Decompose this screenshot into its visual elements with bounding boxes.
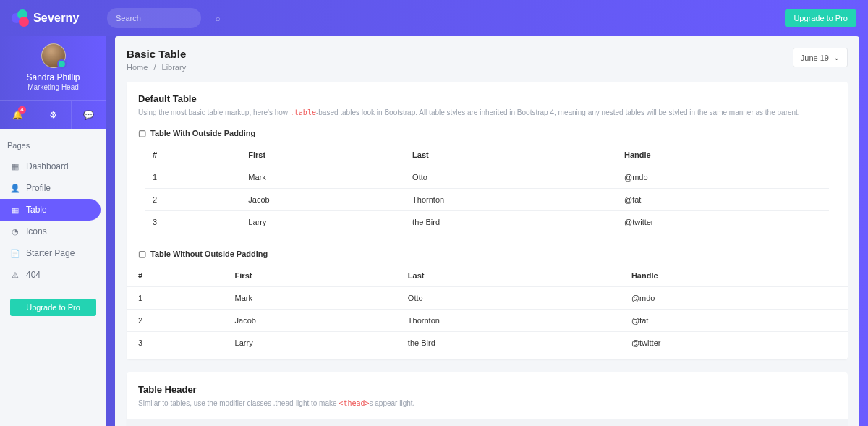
table-cell: Thornton xyxy=(401,310,624,332)
search-box[interactable]: ⌕ xyxy=(107,8,201,28)
table-row: 3Larrythe Bird@twitter xyxy=(145,211,829,234)
table-without-padding: # First Last Handle 1MarkOtto@mdo2JacobT… xyxy=(127,265,848,354)
table-cell: Larry xyxy=(228,332,401,354)
brand[interactable]: Severny xyxy=(12,9,107,27)
date-picker[interactable]: June 19 ⌄ xyxy=(793,48,848,67)
sidebar-item-starter-page[interactable]: 📄 Starter Page xyxy=(0,242,101,264)
topbar: Severny ⌕ Upgrade to Pro xyxy=(0,0,868,36)
table-icon: ▦ xyxy=(10,205,20,215)
dashboard-icon: ▦ xyxy=(10,162,20,171)
subhead-with-padding: ▢ Table With Outside Padding xyxy=(138,128,836,138)
date-value: June 19 xyxy=(801,54,829,62)
nav-section-title: Pages xyxy=(0,137,106,156)
brand-logo-icon xyxy=(12,9,29,27)
table-row: 2JacobThornton@fat xyxy=(127,310,848,332)
sidebar: Sandra Phillip Marketing Head 🔔 4 ⚙ 💬 Pa… xyxy=(0,36,106,426)
profile-role: Marketing Head xyxy=(0,83,106,91)
table-cell: Larry xyxy=(241,211,405,234)
breadcrumb-separator: / xyxy=(153,63,156,72)
sidebar-item-label: Dashboard xyxy=(26,161,69,171)
card-title: Table Header xyxy=(138,384,836,395)
card-subtitle: Using the most basic table markup, here'… xyxy=(138,107,836,118)
table-cell: @fat xyxy=(624,310,848,332)
col-header: # xyxy=(127,419,228,426)
sidebar-item-label: 404 xyxy=(26,270,41,280)
table-cell: Jacob xyxy=(241,189,405,211)
card-subtitle: Similar to tables, use the modifier clas… xyxy=(138,398,836,409)
mini-actions: 🔔 4 ⚙ 💬 xyxy=(0,100,106,129)
avatar[interactable] xyxy=(41,43,66,68)
col-header: Handle xyxy=(617,144,829,166)
table-cell: @twitter xyxy=(624,332,848,354)
page-icon: 📄 xyxy=(10,249,20,258)
sidebar-item-label: Starter Page xyxy=(26,248,75,258)
page-header: Basic Table Home / Library June 19 ⌄ xyxy=(127,48,848,72)
table-outline-icon: ▢ xyxy=(138,249,146,259)
table-cell: 3 xyxy=(145,211,241,234)
brand-text: Severny xyxy=(33,12,80,25)
sidebar-item-label: Profile xyxy=(26,183,51,193)
breadcrumb-home[interactable]: Home xyxy=(127,63,148,72)
table-cell: Mark xyxy=(241,166,405,189)
col-header: Handle xyxy=(624,265,848,287)
table-with-padding: # First Last Handle 1MarkOtto@mdo2JacobT… xyxy=(145,144,829,233)
col-header: First xyxy=(228,265,401,287)
search-input[interactable] xyxy=(116,14,216,22)
col-header: Handle xyxy=(624,419,848,426)
sidebar-item-404[interactable]: ⚠ 404 xyxy=(0,264,101,286)
sidebar-item-icons[interactable]: ◔ Icons xyxy=(0,221,101,242)
table-cell: @fat xyxy=(617,189,829,211)
chevron-down-icon: ⌄ xyxy=(833,53,840,62)
sidebar-item-label: Table xyxy=(26,205,47,215)
chat-icon: 💬 xyxy=(83,110,94,120)
upgrade-to-pro-button-side[interactable]: Upgrade to Pro xyxy=(10,299,96,316)
sidebar-item-dashboard[interactable]: ▦ Dashboard xyxy=(0,156,101,177)
table-header-card: Table Header Similar to tables, use the … xyxy=(127,372,848,426)
table-cell: @mdo xyxy=(624,287,848,310)
table-cell: Otto xyxy=(401,287,624,310)
page-title: Basic Table xyxy=(127,48,186,60)
card-title: Default Table xyxy=(138,93,836,104)
sidebar-item-label: Icons xyxy=(26,226,47,237)
settings-button[interactable]: ⚙ xyxy=(35,101,71,129)
table-row: 1MarkOtto@mdo xyxy=(127,287,848,310)
col-header: Last xyxy=(401,265,624,287)
col-header: # xyxy=(127,265,228,287)
col-header: Last xyxy=(405,144,617,166)
table-cell: @twitter xyxy=(617,211,829,234)
profile-icon: 👤 xyxy=(10,184,20,193)
table-cell: @mdo xyxy=(617,166,829,189)
table-cell: 1 xyxy=(145,166,241,189)
default-table-card: Default Table Using the most basic table… xyxy=(127,82,848,359)
table-cell: 3 xyxy=(127,332,228,354)
profile-name: Sandra Phillip xyxy=(0,72,106,82)
table-row: 2JacobThornton@fat xyxy=(145,189,829,211)
table-cell: 2 xyxy=(145,189,241,211)
profile-block: Sandra Phillip Marketing Head xyxy=(0,36,106,100)
sidebar-item-table[interactable]: ▦ Table xyxy=(0,199,101,221)
col-header: # xyxy=(145,144,241,166)
upgrade-to-pro-button-top[interactable]: Upgrade to Pro xyxy=(785,9,856,27)
breadcrumb-current: Library xyxy=(162,63,187,72)
table-header-row: # First Last Handle xyxy=(145,144,829,166)
table-header-row: # First Last Handle xyxy=(127,419,848,426)
subhead-without-padding: ▢ Table Without Outside Padding xyxy=(138,249,836,259)
notifications-button[interactable]: 🔔 4 xyxy=(0,101,35,129)
table-row: 3Larrythe Bird@twitter xyxy=(127,332,848,354)
table-cell: Otto xyxy=(405,166,617,189)
table-cell: 2 xyxy=(127,310,228,332)
table-cell: Jacob xyxy=(228,310,401,332)
col-header: First xyxy=(241,144,405,166)
col-header: Last xyxy=(401,419,624,426)
table-outline-icon: ▢ xyxy=(138,128,146,138)
breadcrumb: Home / Library xyxy=(127,63,186,72)
notification-badge: 4 xyxy=(18,106,25,114)
table-row: 1MarkOtto@mdo xyxy=(145,166,829,189)
sidebar-item-profile[interactable]: 👤 Profile xyxy=(0,177,101,199)
table-cell: 1 xyxy=(127,287,228,310)
side-nav: Pages ▦ Dashboard 👤 Profile ▦ Table ◔ Ic… xyxy=(0,129,106,341)
warning-icon: ⚠ xyxy=(10,270,20,280)
table-cell: the Bird xyxy=(405,211,617,234)
col-header: First xyxy=(228,419,401,426)
messages-button[interactable]: 💬 xyxy=(72,101,106,129)
